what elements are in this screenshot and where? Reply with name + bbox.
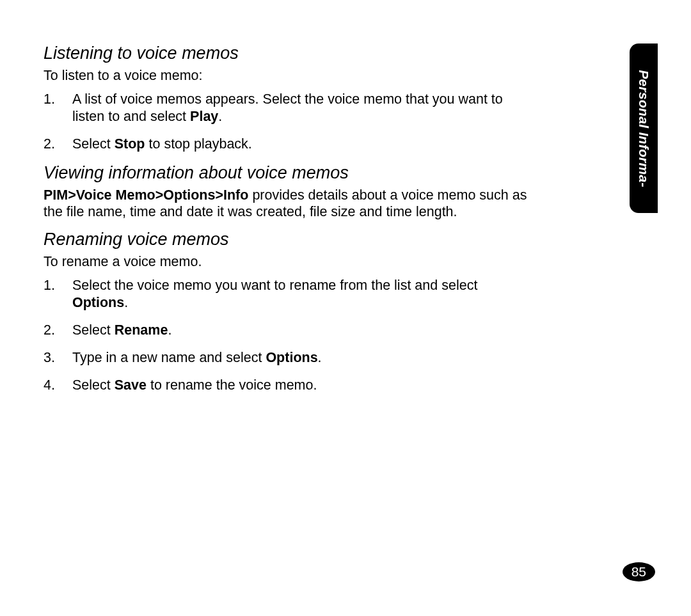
list-item: Select Stop to stop playback.: [44, 136, 532, 153]
step-bold: Options: [266, 350, 317, 365]
gt-icon: >: [68, 187, 76, 203]
section-tab: Personal Informa-: [630, 43, 658, 213]
steps-renaming: Select the voice memo you want to rename…: [44, 277, 532, 393]
gt-icon: >: [215, 187, 223, 203]
step-bold: Stop: [115, 136, 145, 152]
para-bold: Options: [163, 187, 215, 203]
step-bold: Options: [72, 295, 124, 310]
step-text: to stop playback.: [145, 136, 252, 152]
intro-renaming: To rename a voice memo.: [44, 253, 532, 271]
step-bold: Save: [115, 377, 147, 393]
page-number-wrap: 85: [623, 562, 655, 581]
step-bold: Play: [190, 109, 218, 124]
intro-listening: To listen to a voice memo:: [44, 67, 532, 84]
page-number: 85: [623, 562, 655, 581]
list-item: Type in a new name and select Options.: [44, 349, 532, 367]
step-text: .: [318, 350, 322, 365]
gt-icon: >: [155, 187, 164, 203]
step-text: Select the voice memo you want to rename…: [72, 278, 477, 293]
steps-listening: A list of voice memos appears. Select th…: [44, 91, 532, 153]
para-bold: Voice Memo: [76, 187, 155, 203]
section-tab-label: Personal Informa-: [636, 70, 651, 187]
step-text: Type in a new name and select: [72, 350, 266, 365]
step-text: .: [168, 322, 171, 338]
heading-viewing: Viewing information about voice memos: [44, 163, 532, 183]
para-bold: Info: [223, 187, 248, 203]
list-item: Select the voice memo you want to rename…: [44, 277, 532, 312]
step-text: Select: [72, 377, 115, 393]
list-item: Select Save to rename the voice memo.: [44, 377, 532, 394]
step-text: .: [124, 295, 128, 310]
step-text: .: [218, 109, 222, 124]
list-item: A list of voice memos appears. Select th…: [44, 91, 532, 125]
step-bold: Rename: [115, 322, 168, 338]
para-bold: PIM: [44, 187, 68, 203]
step-text: Select: [72, 322, 115, 338]
page-content: Listening to voice memos To listen to a …: [0, 0, 576, 394]
step-text: Select: [72, 136, 115, 152]
step-text: to rename the voice memo.: [147, 377, 317, 393]
heading-listening: Listening to voice memos: [44, 43, 532, 63]
heading-renaming: Renaming voice memos: [44, 230, 532, 249]
para-viewing: PIM>Voice Memo>Options>Info provides det…: [44, 187, 532, 221]
step-text: A list of voice memos appears. Select th…: [72, 91, 503, 124]
list-item: Select Rename.: [44, 322, 532, 339]
